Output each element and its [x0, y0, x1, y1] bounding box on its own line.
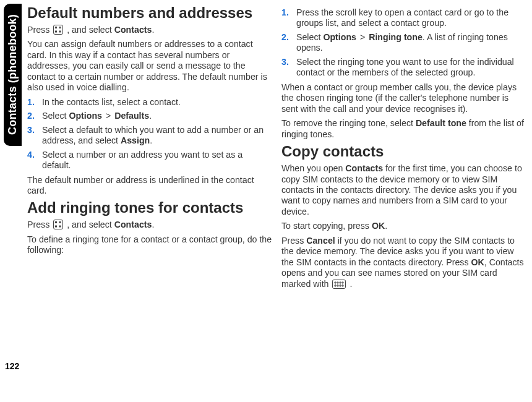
menu-key-icon — [53, 220, 63, 229]
svg-rect-9 — [59, 226, 61, 228]
step-1: Press the scroll key to open a contact c… — [281, 7, 527, 29]
default-after: The default number or address is underli… — [27, 175, 273, 197]
svg-rect-5 — [54, 220, 63, 229]
ok-label: OK — [471, 257, 484, 267]
defaults-label: Defaults — [114, 111, 149, 121]
ringing-steps: Press the scroll key to open a contact c… — [281, 7, 527, 79]
copy-paragraph-2: To start copying, press OK. — [281, 221, 527, 231]
chapter-title: Contacts (phonebook) — [4, 4, 22, 146]
svg-rect-3 — [55, 30, 57, 32]
text: When you open — [281, 163, 345, 173]
columns: Default numbers and addresses Press , an… — [27, 4, 527, 398]
text: . — [150, 135, 152, 145]
default-steps: In the contacts list, select a contact. … — [27, 97, 273, 171]
ring-remove: To remove the ringing tone, select Defau… — [281, 118, 527, 140]
text: Select — [42, 111, 69, 121]
column-right: Press the scroll key to open a contact c… — [281, 4, 527, 398]
copy-paragraph-3: Press Cancel if you do not want to copy … — [281, 236, 527, 289]
svg-rect-8 — [55, 226, 57, 228]
ring-define: To define a ringing tone for a contact o… — [27, 234, 273, 256]
text: . — [350, 279, 352, 289]
heading-ringing-tones: Add ringing tones for contacts — [27, 200, 273, 216]
step-2: Select Options > Defaults. — [27, 111, 273, 121]
svg-rect-4 — [59, 30, 61, 32]
text: To remove the ringing tone, select — [281, 118, 416, 128]
options-label: Options — [69, 111, 102, 121]
cancel-label: Cancel — [306, 236, 335, 246]
svg-rect-0 — [54, 25, 63, 34]
ok-label: OK — [372, 221, 385, 231]
text: Press — [281, 236, 306, 246]
menu-key-icon — [53, 25, 63, 35]
column-left: Default numbers and addresses Press , an… — [27, 4, 273, 398]
text: Select a default to which you want to ad… — [42, 125, 264, 145]
text: . — [149, 111, 152, 121]
page-number: 122 — [5, 361, 19, 371]
text: . — [152, 220, 154, 229]
contacts-label: Contacts — [114, 220, 152, 229]
svg-rect-2 — [59, 27, 61, 28]
copy-paragraph-1: When you open Contacts for the first tim… — [281, 163, 527, 217]
text: , and select — [67, 25, 114, 35]
sim-card-icon — [332, 280, 346, 289]
heading-default-numbers: Default numbers and addresses — [27, 5, 273, 21]
breadcrumb-separator: > — [358, 32, 367, 42]
ringing-tone-label: Ringing tone — [369, 32, 423, 42]
text: . — [152, 25, 154, 35]
default-tone-label: Default tone — [416, 118, 466, 128]
chapter-tab: Contacts (phonebook) — [4, 4, 22, 398]
text: . — [385, 221, 387, 231]
page: Contacts (phonebook) 122 Default numbers… — [0, 0, 532, 402]
contacts-label: Contacts — [114, 25, 152, 35]
text: Press — [27, 220, 52, 229]
heading-copy-contacts: Copy contacts — [281, 143, 527, 160]
svg-rect-10 — [333, 280, 346, 288]
svg-rect-7 — [59, 221, 61, 223]
step-1: In the contacts list, select a contact. — [27, 97, 273, 108]
svg-rect-1 — [55, 27, 57, 28]
step-3: Select a default to which you want to ad… — [27, 125, 273, 147]
step-3: Select the ringing tone you want to use … — [281, 57, 527, 79]
text: Select — [296, 32, 323, 42]
breadcrumb-separator: > — [103, 111, 113, 121]
options-label: Options — [323, 32, 356, 42]
default-description: You can assign default numbers or addres… — [27, 39, 273, 93]
assign-label: Assign — [121, 135, 150, 145]
text: , and select — [67, 220, 114, 229]
default-intro: Press , and select Contacts. — [27, 25, 273, 35]
ring-intro: Press , and select Contacts. — [27, 220, 273, 230]
text: Press — [27, 25, 52, 35]
step-2: Select Options > Ringing tone. A list of… — [281, 32, 527, 54]
contacts-label: Contacts — [345, 163, 383, 173]
step-4: Select a number or an address you want t… — [27, 150, 273, 171]
svg-rect-6 — [55, 221, 57, 223]
ring-behaviour: When a contact or group member calls you… — [281, 82, 527, 114]
text: To start copying, press — [281, 221, 372, 231]
